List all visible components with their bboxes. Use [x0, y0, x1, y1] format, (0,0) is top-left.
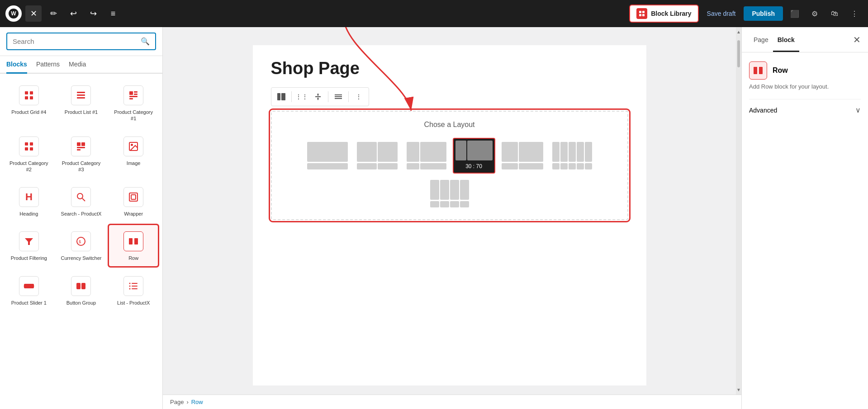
tab-blocks[interactable]: Blocks: [6, 56, 27, 74]
svg-rect-9: [77, 94, 85, 96]
scroll-up-button[interactable]: ▲: [735, 28, 741, 36]
block-item-list-productx[interactable]: List - ProductX: [108, 269, 159, 311]
tab-patterns[interactable]: Patterns: [36, 56, 60, 74]
block-item-product-category-3[interactable]: Product Category #3: [56, 129, 107, 179]
drag-button[interactable]: ⋮⋮: [294, 89, 309, 104]
row-block: Chose a Layout: [271, 111, 628, 220]
block-item-product-category-2[interactable]: Product Category #2: [4, 129, 54, 179]
product-list-label: Product List #1: [65, 109, 98, 115]
svg-rect-5: [30, 91, 33, 94]
right-tab-block[interactable]: Block: [773, 28, 799, 52]
svg-rect-45: [132, 288, 138, 289]
button-group-icon: [71, 276, 91, 296]
scroll-down-button[interactable]: ▼: [735, 386, 741, 394]
layout-option-3070[interactable]: 30 : 70: [453, 138, 495, 174]
breadcrumb-separator: ›: [186, 399, 188, 405]
layout-option-equal5[interactable]: [550, 139, 595, 172]
svg-point-26: [77, 193, 83, 199]
svg-point-40: [129, 282, 131, 284]
block-item-currency-switcher[interactable]: $ Currency Switcher: [56, 224, 107, 267]
more-options-button[interactable]: ⋮: [351, 89, 366, 104]
image-icon: [123, 136, 143, 156]
block-item-wrapper[interactable]: Wrapper: [108, 180, 159, 222]
toolbar-divider2: [328, 91, 328, 102]
page-container: Shop Page ⋮⋮: [253, 45, 646, 385]
svg-rect-1: [642, 11, 645, 13]
svg-rect-39: [81, 283, 85, 289]
svg-rect-50: [335, 94, 342, 95]
menu-button[interactable]: ≡: [105, 5, 121, 22]
block-item-heading[interactable]: H Heading: [4, 180, 54, 222]
block-toolbar: ⋮⋮ ⋮: [271, 87, 369, 106]
wp-logo-icon: [9, 9, 19, 19]
search-input-wrapper[interactable]: 🔍: [6, 33, 156, 50]
layout-option-5050[interactable]: [354, 139, 400, 172]
save-draft-button[interactable]: Save draft: [702, 7, 740, 20]
move-button[interactable]: [311, 89, 325, 104]
block-item-product-grid[interactable]: Product Grid #4: [4, 78, 54, 127]
breadcrumb-page[interactable]: Page: [170, 399, 184, 405]
settings-button[interactable]: ⚙: [806, 5, 823, 22]
selected-layout-label: 30 : 70: [455, 162, 493, 171]
canvas-main: Shop Page ⋮⋮: [163, 27, 741, 395]
options-button[interactable]: ⋮: [846, 5, 863, 22]
publish-button[interactable]: Publish: [744, 6, 783, 21]
svg-rect-20: [77, 142, 81, 146]
svg-rect-14: [129, 96, 138, 97]
shop-button[interactable]: 🛍: [826, 5, 843, 22]
undo-button[interactable]: ↩: [65, 5, 81, 22]
block-item-product-slider[interactable]: Product Slider 1: [4, 269, 54, 311]
toggle-sidebar-button[interactable]: ⬛: [787, 5, 803, 22]
layout-option-3367[interactable]: [404, 139, 449, 172]
row-label: Row: [128, 255, 138, 261]
search-icon: 🔍: [141, 37, 150, 46]
block-library-label: Block Library: [651, 10, 691, 17]
layout-option-full[interactable]: [304, 139, 351, 172]
layout-option-equal4[interactable]: [427, 177, 472, 210]
svg-rect-17: [30, 142, 33, 146]
search-input[interactable]: [13, 38, 141, 45]
block-item-button-group[interactable]: Button Group: [56, 269, 107, 311]
align-button[interactable]: [331, 89, 346, 104]
block-library-button[interactable]: Block Library: [629, 5, 698, 23]
annotation-wrapper: Chose a Layout: [271, 111, 628, 220]
block-item-product-filtering[interactable]: Product Filtering: [4, 224, 54, 267]
product-filtering-label: Product Filtering: [11, 255, 47, 261]
wp-logo[interactable]: [5, 5, 22, 22]
svg-rect-35: [24, 284, 34, 288]
svg-rect-54: [754, 67, 757, 74]
wrapper-label: Wrapper: [124, 211, 143, 217]
product-category-2-label: Product Category #2: [8, 160, 50, 173]
edit-button[interactable]: ✏: [45, 5, 62, 22]
tabs-row: Blocks Patterns Media: [0, 56, 162, 74]
right-tab-page[interactable]: Page: [749, 28, 773, 52]
block-item-search[interactable]: Search - ProductX: [56, 180, 107, 222]
block-item-row[interactable]: Row: [108, 224, 159, 267]
redo-button[interactable]: ↪: [85, 5, 101, 22]
list-productx-icon: [123, 276, 143, 296]
right-close-button[interactable]: ✕: [853, 34, 861, 45]
right-content: Row Add Row block for your layout. Advan…: [742, 52, 868, 130]
button-group-label: Button Group: [66, 300, 96, 306]
block-item-image[interactable]: Image: [108, 129, 159, 179]
svg-rect-43: [132, 286, 138, 287]
layout-button[interactable]: [274, 89, 289, 104]
block-library-icon: [636, 8, 647, 19]
close-button[interactable]: ✕: [25, 5, 42, 22]
choose-layout-label: Chose a Layout: [281, 121, 618, 129]
canvas-scroll[interactable]: Shop Page ⋮⋮: [163, 27, 736, 395]
svg-rect-13: [134, 94, 138, 95]
svg-rect-22: [77, 147, 85, 148]
svg-rect-4: [25, 91, 28, 94]
block-item-product-list[interactable]: Product List #1: [56, 78, 107, 127]
search-productx-icon: [71, 187, 91, 207]
advanced-label: Advanced: [749, 107, 777, 114]
scroll-thumb[interactable]: [737, 40, 740, 67]
advanced-row[interactable]: Advanced ∨: [749, 99, 861, 121]
currency-switcher-label: Currency Switcher: [61, 255, 102, 261]
layout-option-4060[interactable]: [499, 139, 546, 172]
search-productx-label: Search - ProductX: [61, 211, 102, 217]
tab-media[interactable]: Media: [69, 56, 86, 74]
heading-label: Heading: [19, 211, 38, 217]
block-item-product-category-1[interactable]: Product Category #1: [108, 78, 159, 127]
